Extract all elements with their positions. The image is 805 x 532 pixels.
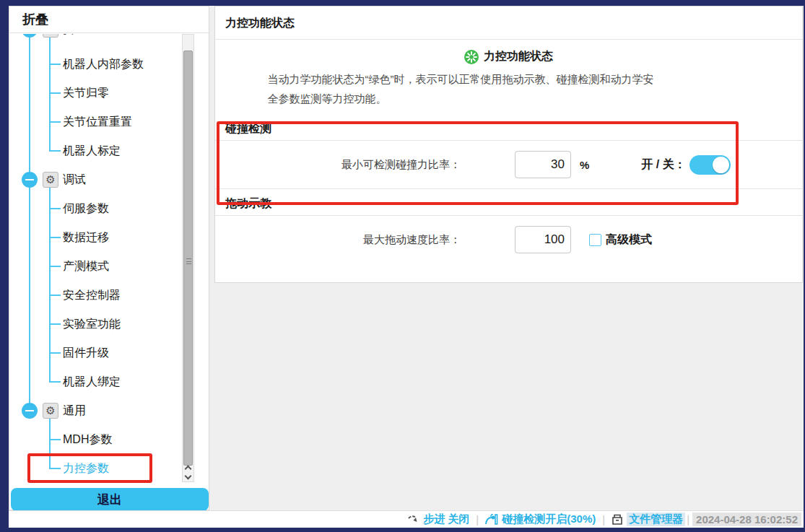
- drag-field-row: 最大拖动速度比率： 高级模式: [215, 216, 802, 263]
- tree-item-force-control-params[interactable]: 力控参数: [63, 460, 109, 477]
- advanced-mode-checkbox[interactable]: [589, 234, 601, 246]
- settings-tree: ⚙ 安全 机器人内部参数 关节归零 关节位置重置 机器人标定 ⚙ 调试: [9, 34, 196, 482]
- scrollbar-thumb[interactable]: [183, 51, 193, 466]
- sidebar-collapse-header[interactable]: 折叠: [9, 6, 209, 33]
- force-status-green-icon: [464, 50, 479, 64]
- divider: [215, 188, 802, 189]
- collision-status[interactable]: 碰撞检测开启(30%): [485, 513, 596, 526]
- tree-tick: [49, 121, 61, 123]
- content-area: 折叠: [9, 6, 804, 528]
- force-control-panel: 力控功能状态 力控功能状态 当动力学功能状态为“绿色”时，表示可以正常使用拖动示…: [214, 6, 803, 283]
- tree-item-mdh-params[interactable]: MDH参数: [63, 431, 112, 448]
- tree-tick: [49, 92, 61, 94]
- tree-item-firmware-upgrade[interactable]: 固件升级: [63, 344, 109, 362]
- collision-status-label: 碰撞检测开启(30%): [502, 513, 596, 526]
- collapse-minus-icon[interactable]: [22, 403, 38, 419]
- scroll-down-button[interactable]: [183, 474, 193, 482]
- clock-timestamp: 2024-04-28 16:02:52: [692, 513, 801, 526]
- tree-item-safety-controller[interactable]: 安全控制器: [63, 287, 121, 304]
- max-drag-speed-label: 最大拖动速度比率：: [215, 233, 461, 247]
- scroll-up-button[interactable]: [183, 464, 193, 473]
- tree-tick: [49, 439, 61, 440]
- file-manager[interactable]: 文件管理器: [612, 513, 685, 526]
- min-collision-force-input[interactable]: [515, 151, 571, 178]
- tree-item-servo-params[interactable]: 伺服参数: [63, 200, 109, 217]
- tree-item-joint-position-reset[interactable]: 关节位置重置: [63, 113, 132, 131]
- tree-item-data-migration[interactable]: 数据迁移: [63, 229, 109, 246]
- chevron-down-icon: [185, 473, 192, 480]
- step-status-label: 步进 关闭: [423, 513, 469, 526]
- file-manager-label: 文件管理器: [627, 513, 685, 526]
- page-title: 力控功能状态: [215, 6, 802, 40]
- app-window: 折叠: [0, 0, 805, 532]
- exit-button[interactable]: 退出: [11, 488, 209, 511]
- tree-scrollbar[interactable]: [182, 34, 194, 482]
- tree-item-joint-zeroing[interactable]: 关节归零: [63, 84, 109, 102]
- tree-parent-safety[interactable]: ⚙ 安全: [22, 34, 86, 38]
- separator: |: [602, 513, 605, 526]
- advanced-mode-label: 高级模式: [606, 232, 652, 248]
- gear-icon: ⚙: [43, 172, 58, 188]
- tree-tick: [49, 64, 61, 65]
- tree-tick: [49, 266, 61, 267]
- tree-item-lab-functions[interactable]: 实验室功能: [63, 315, 121, 333]
- collision-detect-icon: [485, 514, 498, 526]
- tree-tick: [49, 323, 61, 325]
- tree-tick: [49, 381, 61, 383]
- collapse-minus-icon[interactable]: [22, 172, 38, 188]
- description-line: 当动力学功能状态为“绿色”时，表示可以正常使用拖动示教、碰撞检测和动力学安: [268, 69, 750, 89]
- tree-parent-debug[interactable]: ⚙ 调试: [22, 171, 86, 188]
- force-status-label: 力控功能状态: [484, 49, 553, 64]
- gear-icon: ⚙: [43, 403, 58, 419]
- collapse-minus-icon[interactable]: [22, 34, 38, 38]
- scrollbar-grip-icon: [186, 258, 191, 264]
- tree-parent-general[interactable]: ⚙ 通用: [22, 402, 86, 419]
- force-status-row: 力控功能状态: [215, 49, 802, 64]
- description-line: 全参数监测等力控功能。: [268, 89, 750, 108]
- tree-tick: [49, 295, 61, 296]
- drag-section-title: 拖动示教: [215, 192, 802, 215]
- separator: |: [687, 513, 689, 526]
- percent-unit-label: %: [580, 159, 589, 171]
- tree-trunk-line: [29, 34, 30, 411]
- step-status[interactable]: 步进 关闭: [407, 513, 469, 526]
- collision-detection-toggle[interactable]: [689, 155, 731, 175]
- file-manager-icon: [612, 514, 623, 526]
- collision-field-row: 最小可检测碰撞力比率： % 开 / 关：: [215, 141, 802, 188]
- collision-section-title: 碰撞检测: [215, 117, 802, 140]
- tree-item-robot-calibration[interactable]: 机器人标定: [63, 142, 121, 160]
- separator: |: [476, 513, 479, 526]
- toggle-knob: [713, 157, 729, 173]
- tree-item-robot-binding[interactable]: 机器人绑定: [63, 373, 121, 391]
- tree-tick: [49, 150, 61, 152]
- force-status-description: 当动力学功能状态为“绿色”时，表示可以正常使用拖动示教、碰撞检测和动力学安 全参…: [268, 69, 750, 108]
- tree-item-production-test-mode[interactable]: 产测模式: [63, 258, 109, 275]
- step-arrow-icon: [407, 514, 419, 526]
- tree-tick: [49, 352, 61, 354]
- tree-branch-line-group2: [49, 419, 51, 468]
- tree-tick: [49, 237, 61, 238]
- tree-tick: [49, 208, 61, 209]
- tree-tick: [49, 468, 61, 469]
- status-bar: 步进 关闭 | 碰撞检测开启(30%) | 文件管理器: [9, 510, 804, 528]
- tree-parent-label: 安全: [63, 34, 86, 38]
- min-collision-force-label: 最小可检测碰撞力比率：: [215, 158, 461, 172]
- max-drag-speed-input[interactable]: [515, 226, 571, 253]
- chevron-up-icon: [185, 466, 192, 473]
- tree-parent-label: 调试: [63, 173, 86, 188]
- sidebar: 折叠: [9, 6, 209, 510]
- tree-parent-label: 通用: [63, 404, 86, 419]
- gear-icon: ⚙: [43, 34, 58, 38]
- on-off-label: 开 / 关：: [641, 157, 685, 173]
- tree-item-robot-internal-params[interactable]: 机器人内部参数: [63, 56, 144, 73]
